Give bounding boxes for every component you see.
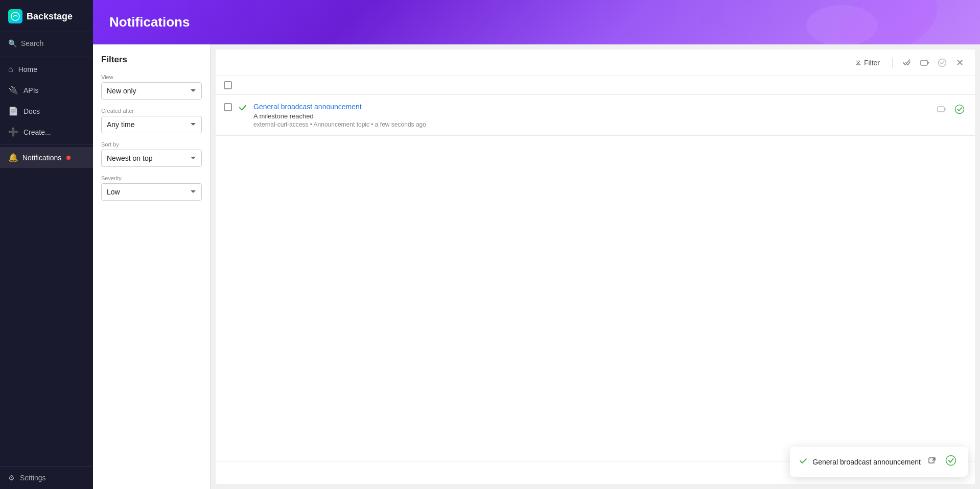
search-icon: 🔍 <box>8 39 17 47</box>
settings-label: Settings <box>20 474 46 482</box>
sidebar-divider-1 <box>0 57 93 57</box>
filters-title: Filters <box>101 55 202 65</box>
sidebar: Backstage 🔍 Search ⌂ Home 🔌 APIs 📄 Docs … <box>0 0 93 489</box>
toast-notification: General broadcast announcement <box>790 447 968 477</box>
close-filter-button[interactable]: ✕ <box>953 56 967 69</box>
app-logo[interactable]: Backstage <box>0 0 93 32</box>
notif-content-1: General broadcast announcement A milesto… <box>253 102 929 128</box>
main-content: Notifications Filters View New only All … <box>93 0 980 489</box>
sidebar-item-notifications[interactable]: 🔔 Notifications <box>0 147 93 168</box>
mark-all-read-button[interactable] <box>901 57 914 68</box>
toast-check-icon <box>799 457 807 467</box>
filter-sort-select[interactable]: Newest on top Oldest on top Severity <box>101 150 202 167</box>
app-name: Backstage <box>27 11 73 22</box>
sidebar-divider-2 <box>0 144 93 145</box>
filter-created-label: Created after <box>101 108 202 114</box>
sidebar-item-create[interactable]: ➕ Create... <box>0 121 93 142</box>
notif-done-icon-1 <box>954 104 965 114</box>
notif-tag-icon-1 <box>937 106 946 113</box>
filters-panel: Filters View New only All Saved Read Cre… <box>93 44 211 489</box>
filter-group-view: View New only All Saved Read <box>101 74 202 100</box>
notif-title-1[interactable]: General broadcast announcement <box>253 103 362 111</box>
body-area: Filters View New only All Saved Read Cre… <box>93 44 980 489</box>
page-header: Notifications <box>93 0 980 44</box>
filter-view-label: View <box>101 74 202 80</box>
toast-link-icon <box>928 457 936 465</box>
search-label: Search <box>21 39 43 47</box>
done-button[interactable] <box>936 56 949 69</box>
filter-funnel-icon: ⧖ <box>856 58 861 67</box>
notif-actions-1 <box>935 102 967 116</box>
notification-badge <box>66 156 71 160</box>
sidebar-item-label: Docs <box>24 107 40 115</box>
sidebar-item-docs[interactable]: 📄 Docs <box>0 101 93 121</box>
mark-read-icon <box>903 59 912 66</box>
apis-icon: 🔌 <box>8 85 18 95</box>
filter-created-select[interactable]: Any time Last hour Today This week This … <box>101 116 202 133</box>
notif-tag-button-1[interactable] <box>935 104 948 115</box>
select-all-checkbox[interactable] <box>224 81 232 89</box>
toolbar-row: ⧖ Filter <box>216 50 975 76</box>
create-icon: ➕ <box>8 127 18 137</box>
notif-meta-1: external-curl-access • Announcement topi… <box>253 121 929 128</box>
sidebar-item-settings[interactable]: ⚙ Settings <box>0 466 93 489</box>
svg-point-7 <box>946 456 956 466</box>
logo-icon <box>8 9 22 23</box>
svg-rect-4 <box>938 107 944 112</box>
notifications-icon: 🔔 <box>8 153 18 162</box>
toast-message: General broadcast announcement <box>812 458 921 466</box>
sidebar-item-label: Create... <box>24 128 51 136</box>
filter-sort-label: Sort by <box>101 141 202 148</box>
tag-button[interactable] <box>918 57 931 68</box>
filter-view-select[interactable]: New only All Saved Read <box>101 82 202 100</box>
toolbar-right: ⧖ Filter <box>852 56 967 69</box>
svg-point-3 <box>939 59 946 66</box>
toast-done-icon <box>945 455 956 466</box>
notif-status-icon-1 <box>238 103 247 115</box>
content-area: ⧖ Filter <box>216 50 975 484</box>
filter-group-sort: Sort by Newest on top Oldest on top Seve… <box>101 141 202 167</box>
home-icon: ⌂ <box>8 65 13 74</box>
notif-checkbox-1[interactable] <box>224 103 232 111</box>
filter-button[interactable]: ⧖ Filter <box>852 56 884 69</box>
sidebar-item-label: Home <box>18 65 37 74</box>
filter-button-label: Filter <box>864 59 880 67</box>
page-title: Notifications <box>109 14 964 30</box>
filter-group-created: Created after Any time Last hour Today T… <box>101 108 202 133</box>
svg-point-5 <box>955 105 964 114</box>
svg-point-1 <box>14 16 16 18</box>
select-all-checkbox-wrapper[interactable] <box>224 81 232 89</box>
tag-icon <box>920 59 929 66</box>
notif-done-button-1[interactable] <box>952 102 967 116</box>
search-item[interactable]: 🔍 Search <box>0 32 93 55</box>
sidebar-item-label: APIs <box>24 86 39 94</box>
sidebar-spacer <box>0 168 93 466</box>
toolbar-divider <box>892 58 893 68</box>
toast-done-button[interactable] <box>943 454 959 470</box>
sidebar-item-home[interactable]: ⌂ Home <box>0 59 93 80</box>
notif-checkbox-box-1[interactable] <box>224 103 232 111</box>
svg-rect-6 <box>929 458 934 463</box>
filter-severity-label: Severity <box>101 175 202 181</box>
filter-severity-select[interactable]: Low Normal High Critical <box>101 183 202 201</box>
notif-subtitle-1: A milestone reached <box>253 112 929 120</box>
notifications-label: Notifications <box>22 154 61 162</box>
settings-icon: ⚙ <box>8 474 15 482</box>
docs-icon: 📄 <box>8 106 18 116</box>
notification-item-1: General broadcast announcement A milesto… <box>216 95 975 136</box>
toast-link-button[interactable] <box>926 456 938 468</box>
filter-group-severity: Severity Low Normal High Critical <box>101 175 202 201</box>
svg-rect-2 <box>921 60 927 65</box>
content-spacer <box>216 136 975 461</box>
sidebar-item-apis[interactable]: 🔌 APIs <box>0 80 93 101</box>
done-icon <box>938 58 947 67</box>
select-all-row <box>216 76 975 95</box>
